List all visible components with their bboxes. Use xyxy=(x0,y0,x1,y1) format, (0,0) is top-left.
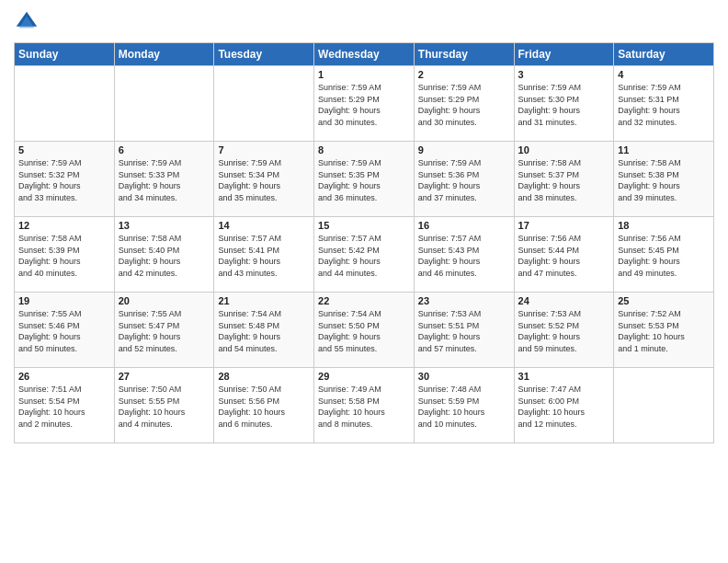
day-number: 7 xyxy=(218,144,310,155)
day-number: 14 xyxy=(218,220,310,231)
week-row-2: 5Sunrise: 7:59 AM Sunset: 5:32 PM Daylig… xyxy=(15,142,714,217)
calendar-cell: 19Sunrise: 7:55 AM Sunset: 5:46 PM Dayli… xyxy=(15,293,115,368)
day-info: Sunrise: 7:50 AM Sunset: 5:56 PM Dayligh… xyxy=(218,384,310,430)
day-info: Sunrise: 7:59 AM Sunset: 5:31 PM Dayligh… xyxy=(618,82,710,128)
calendar-cell: 14Sunrise: 7:57 AM Sunset: 5:41 PM Dayli… xyxy=(214,217,314,293)
calendar-cell: 27Sunrise: 7:50 AM Sunset: 5:55 PM Dayli… xyxy=(114,368,214,443)
day-number: 31 xyxy=(518,371,610,382)
calendar-cell: 12Sunrise: 7:58 AM Sunset: 5:39 PM Dayli… xyxy=(15,217,115,293)
day-number: 4 xyxy=(618,69,710,80)
calendar-cell: 31Sunrise: 7:47 AM Sunset: 6:00 PM Dayli… xyxy=(514,368,614,443)
calendar-cell: 17Sunrise: 7:56 AM Sunset: 5:44 PM Dayli… xyxy=(514,217,614,293)
calendar-cell: 25Sunrise: 7:52 AM Sunset: 5:53 PM Dayli… xyxy=(614,293,714,368)
day-number: 10 xyxy=(518,144,610,155)
weekday-header-tuesday: Tuesday xyxy=(214,43,314,66)
calendar-cell: 30Sunrise: 7:48 AM Sunset: 5:59 PM Dayli… xyxy=(414,368,514,443)
day-number: 27 xyxy=(119,371,210,382)
day-info: Sunrise: 7:57 AM Sunset: 5:42 PM Dayligh… xyxy=(318,233,410,279)
calendar-cell: 26Sunrise: 7:51 AM Sunset: 5:54 PM Dayli… xyxy=(15,368,115,443)
day-number: 16 xyxy=(418,220,510,231)
logo xyxy=(14,9,41,35)
calendar-cell: 8Sunrise: 7:59 AM Sunset: 5:35 PM Daylig… xyxy=(314,142,415,217)
day-info: Sunrise: 7:56 AM Sunset: 5:44 PM Dayligh… xyxy=(518,233,610,279)
day-info: Sunrise: 7:59 AM Sunset: 5:32 PM Dayligh… xyxy=(18,157,110,203)
day-info: Sunrise: 7:51 AM Sunset: 5:54 PM Dayligh… xyxy=(18,384,110,430)
calendar-cell: 5Sunrise: 7:59 AM Sunset: 5:32 PM Daylig… xyxy=(15,142,115,217)
weekday-header-row: SundayMondayTuesdayWednesdayThursdayFrid… xyxy=(15,43,714,66)
day-number: 17 xyxy=(518,220,610,231)
day-info: Sunrise: 7:54 AM Sunset: 5:48 PM Dayligh… xyxy=(218,308,310,354)
calendar-table: SundayMondayTuesdayWednesdayThursdayFrid… xyxy=(14,42,714,443)
calendar-cell: 24Sunrise: 7:53 AM Sunset: 5:52 PM Dayli… xyxy=(514,293,614,368)
day-info: Sunrise: 7:59 AM Sunset: 5:35 PM Dayligh… xyxy=(318,157,410,203)
calendar-cell: 23Sunrise: 7:53 AM Sunset: 5:51 PM Dayli… xyxy=(414,293,514,368)
day-info: Sunrise: 7:58 AM Sunset: 5:38 PM Dayligh… xyxy=(618,157,710,203)
calendar-cell: 28Sunrise: 7:50 AM Sunset: 5:56 PM Dayli… xyxy=(214,368,314,443)
day-info: Sunrise: 7:47 AM Sunset: 6:00 PM Dayligh… xyxy=(518,384,610,430)
day-info: Sunrise: 7:58 AM Sunset: 5:37 PM Dayligh… xyxy=(518,157,610,203)
week-row-1: 1Sunrise: 7:59 AM Sunset: 5:29 PM Daylig… xyxy=(15,66,714,142)
calendar-cell: 4Sunrise: 7:59 AM Sunset: 5:31 PM Daylig… xyxy=(614,66,714,142)
day-number: 19 xyxy=(18,295,110,306)
day-number: 22 xyxy=(318,295,410,306)
weekday-header-sunday: Sunday xyxy=(15,43,115,66)
day-number: 1 xyxy=(318,69,410,80)
week-row-5: 26Sunrise: 7:51 AM Sunset: 5:54 PM Dayli… xyxy=(15,368,714,443)
day-info: Sunrise: 7:59 AM Sunset: 5:36 PM Dayligh… xyxy=(418,157,510,203)
week-row-4: 19Sunrise: 7:55 AM Sunset: 5:46 PM Dayli… xyxy=(15,293,714,368)
day-number: 8 xyxy=(318,144,410,155)
day-info: Sunrise: 7:49 AM Sunset: 5:58 PM Dayligh… xyxy=(318,384,410,430)
calendar-cell: 13Sunrise: 7:58 AM Sunset: 5:40 PM Dayli… xyxy=(114,217,214,293)
calendar-cell xyxy=(214,66,314,142)
day-number: 21 xyxy=(218,295,310,306)
day-info: Sunrise: 7:58 AM Sunset: 5:39 PM Dayligh… xyxy=(18,233,110,279)
calendar-cell: 18Sunrise: 7:56 AM Sunset: 5:45 PM Dayli… xyxy=(614,217,714,293)
day-number: 15 xyxy=(318,220,410,231)
day-info: Sunrise: 7:53 AM Sunset: 5:51 PM Dayligh… xyxy=(418,308,510,354)
calendar-cell xyxy=(114,66,214,142)
day-number: 2 xyxy=(418,69,510,80)
calendar-cell: 22Sunrise: 7:54 AM Sunset: 5:50 PM Dayli… xyxy=(314,293,415,368)
calendar-cell: 1Sunrise: 7:59 AM Sunset: 5:29 PM Daylig… xyxy=(314,66,415,142)
header xyxy=(14,9,714,35)
day-info: Sunrise: 7:57 AM Sunset: 5:41 PM Dayligh… xyxy=(218,233,310,279)
day-number: 24 xyxy=(518,295,610,306)
day-info: Sunrise: 7:48 AM Sunset: 5:59 PM Dayligh… xyxy=(418,384,510,430)
calendar-cell: 9Sunrise: 7:59 AM Sunset: 5:36 PM Daylig… xyxy=(414,142,514,217)
day-info: Sunrise: 7:57 AM Sunset: 5:43 PM Dayligh… xyxy=(418,233,510,279)
day-number: 9 xyxy=(418,144,510,155)
weekday-header-monday: Monday xyxy=(114,43,214,66)
calendar-cell: 7Sunrise: 7:59 AM Sunset: 5:34 PM Daylig… xyxy=(214,142,314,217)
day-info: Sunrise: 7:56 AM Sunset: 5:45 PM Dayligh… xyxy=(618,233,710,279)
day-info: Sunrise: 7:55 AM Sunset: 5:47 PM Dayligh… xyxy=(119,308,210,354)
day-number: 13 xyxy=(119,220,210,231)
day-number: 23 xyxy=(418,295,510,306)
calendar-cell: 10Sunrise: 7:58 AM Sunset: 5:37 PM Dayli… xyxy=(514,142,614,217)
calendar-page: SundayMondayTuesdayWednesdayThursdayFrid… xyxy=(0,0,728,563)
day-number: 29 xyxy=(318,371,410,382)
day-info: Sunrise: 7:59 AM Sunset: 5:33 PM Dayligh… xyxy=(119,157,210,203)
weekday-header-friday: Friday xyxy=(514,43,614,66)
calendar-cell: 3Sunrise: 7:59 AM Sunset: 5:30 PM Daylig… xyxy=(514,66,614,142)
calendar-cell xyxy=(15,66,115,142)
day-number: 18 xyxy=(618,220,710,231)
day-number: 6 xyxy=(119,144,210,155)
weekday-header-saturday: Saturday xyxy=(614,43,714,66)
day-number: 12 xyxy=(18,220,110,231)
calendar-cell: 21Sunrise: 7:54 AM Sunset: 5:48 PM Dayli… xyxy=(214,293,314,368)
day-number: 20 xyxy=(119,295,210,306)
day-info: Sunrise: 7:59 AM Sunset: 5:29 PM Dayligh… xyxy=(318,82,410,128)
day-number: 5 xyxy=(18,144,110,155)
calendar-cell: 2Sunrise: 7:59 AM Sunset: 5:29 PM Daylig… xyxy=(414,66,514,142)
day-info: Sunrise: 7:59 AM Sunset: 5:34 PM Dayligh… xyxy=(218,157,310,203)
day-info: Sunrise: 7:54 AM Sunset: 5:50 PM Dayligh… xyxy=(318,308,410,354)
day-info: Sunrise: 7:52 AM Sunset: 5:53 PM Dayligh… xyxy=(618,308,710,354)
calendar-cell: 11Sunrise: 7:58 AM Sunset: 5:38 PM Dayli… xyxy=(614,142,714,217)
logo-icon xyxy=(14,9,40,35)
day-number: 25 xyxy=(618,295,710,306)
day-info: Sunrise: 7:59 AM Sunset: 5:30 PM Dayligh… xyxy=(518,82,610,128)
calendar-cell xyxy=(614,368,714,443)
day-number: 11 xyxy=(618,144,710,155)
day-number: 26 xyxy=(18,371,110,382)
day-number: 28 xyxy=(218,371,310,382)
